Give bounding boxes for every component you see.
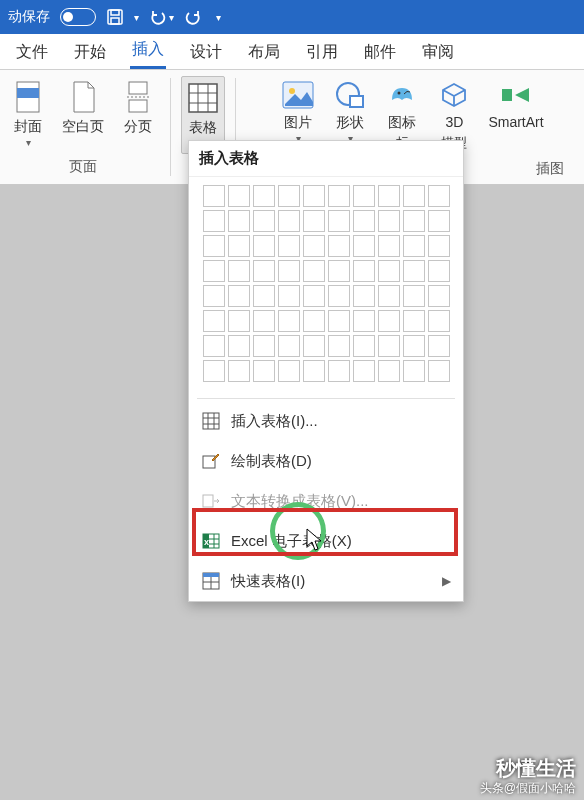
grid-cell[interactable] <box>228 310 250 332</box>
grid-cell[interactable] <box>278 360 300 382</box>
grid-cell[interactable] <box>403 235 425 257</box>
grid-cell[interactable] <box>353 210 375 232</box>
grid-cell[interactable] <box>278 210 300 232</box>
grid-cell[interactable] <box>303 210 325 232</box>
grid-cell[interactable] <box>278 260 300 282</box>
grid-cell[interactable] <box>403 185 425 207</box>
grid-cell[interactable] <box>253 235 275 257</box>
tab-insert[interactable]: 插入 <box>130 31 166 69</box>
grid-cell[interactable] <box>253 285 275 307</box>
grid-cell[interactable] <box>353 260 375 282</box>
grid-cell[interactable] <box>203 285 225 307</box>
grid-cell[interactable] <box>353 335 375 357</box>
shapes-button[interactable]: 形状 ▾ <box>328 76 372 148</box>
tab-references[interactable]: 引用 <box>304 34 340 69</box>
qat-undo-button[interactable]: ▾ <box>149 9 174 25</box>
grid-cell[interactable] <box>203 210 225 232</box>
grid-cell[interactable] <box>353 185 375 207</box>
grid-cell[interactable] <box>378 235 400 257</box>
qat-more-icon[interactable]: ▾ <box>134 12 139 23</box>
grid-cell[interactable] <box>303 260 325 282</box>
grid-cell[interactable] <box>328 185 350 207</box>
page-break-button[interactable]: 分页 <box>116 76 160 139</box>
grid-cell[interactable] <box>403 310 425 332</box>
quick-tables-item[interactable]: 快速表格(I) ▶ <box>189 561 463 601</box>
grid-cell[interactable] <box>403 210 425 232</box>
insert-table-item[interactable]: 插入表格(I)... <box>189 401 463 441</box>
grid-cell[interactable] <box>378 185 400 207</box>
grid-cell[interactable] <box>303 285 325 307</box>
grid-cell[interactable] <box>428 310 450 332</box>
grid-cell[interactable] <box>203 235 225 257</box>
grid-cell[interactable] <box>228 235 250 257</box>
grid-cell[interactable] <box>303 235 325 257</box>
grid-cell[interactable] <box>228 285 250 307</box>
grid-cell[interactable] <box>253 360 275 382</box>
grid-cell[interactable] <box>403 335 425 357</box>
grid-cell[interactable] <box>353 285 375 307</box>
grid-cell[interactable] <box>378 310 400 332</box>
grid-cell[interactable] <box>328 360 350 382</box>
table-grid-picker[interactable] <box>189 177 463 396</box>
grid-cell[interactable] <box>328 310 350 332</box>
grid-cell[interactable] <box>253 185 275 207</box>
grid-cell[interactable] <box>353 360 375 382</box>
grid-cell[interactable] <box>378 360 400 382</box>
grid-cell[interactable] <box>378 285 400 307</box>
grid-cell[interactable] <box>303 360 325 382</box>
grid-cell[interactable] <box>303 310 325 332</box>
grid-cell[interactable] <box>428 360 450 382</box>
grid-cell[interactable] <box>228 335 250 357</box>
tab-home[interactable]: 开始 <box>72 34 108 69</box>
grid-cell[interactable] <box>328 285 350 307</box>
grid-cell[interactable] <box>428 260 450 282</box>
qat-overflow-icon[interactable]: ▾ <box>216 12 221 23</box>
grid-cell[interactable] <box>253 310 275 332</box>
grid-cell[interactable] <box>228 210 250 232</box>
qat-redo-button[interactable] <box>184 9 202 25</box>
grid-cell[interactable] <box>203 185 225 207</box>
grid-cell[interactable] <box>353 235 375 257</box>
tab-review[interactable]: 审阅 <box>420 34 456 69</box>
grid-cell[interactable] <box>378 260 400 282</box>
qat-save-button[interactable] <box>106 8 124 26</box>
tab-design[interactable]: 设计 <box>188 34 224 69</box>
grid-cell[interactable] <box>428 210 450 232</box>
grid-cell[interactable] <box>278 310 300 332</box>
grid-cell[interactable] <box>278 285 300 307</box>
grid-cell[interactable] <box>278 335 300 357</box>
grid-cell[interactable] <box>228 360 250 382</box>
grid-cell[interactable] <box>428 285 450 307</box>
grid-cell[interactable] <box>328 235 350 257</box>
grid-cell[interactable] <box>403 285 425 307</box>
autosave-toggle[interactable] <box>60 8 96 26</box>
excel-spreadsheet-item[interactable]: x Excel 电子表格(X) <box>189 521 463 561</box>
cover-page-button[interactable]: 封面 ▾ <box>6 76 50 152</box>
grid-cell[interactable] <box>253 335 275 357</box>
grid-cell[interactable] <box>253 210 275 232</box>
grid-cell[interactable] <box>203 260 225 282</box>
grid-cell[interactable] <box>428 185 450 207</box>
grid-cell[interactable] <box>378 335 400 357</box>
grid-cell[interactable] <box>328 210 350 232</box>
grid-cell[interactable] <box>303 335 325 357</box>
grid-cell[interactable] <box>203 360 225 382</box>
grid-cell[interactable] <box>353 310 375 332</box>
grid-cell[interactable] <box>278 235 300 257</box>
grid-cell[interactable] <box>253 260 275 282</box>
grid-cell[interactable] <box>403 260 425 282</box>
grid-cell[interactable] <box>303 185 325 207</box>
grid-cell[interactable] <box>378 210 400 232</box>
tab-file[interactable]: 文件 <box>14 34 50 69</box>
smartart-button[interactable]: SmartArt <box>484 76 547 135</box>
draw-table-item[interactable]: 绘制表格(D) <box>189 441 463 481</box>
tab-layout[interactable]: 布局 <box>246 34 282 69</box>
grid-cell[interactable] <box>328 335 350 357</box>
grid-cell[interactable] <box>228 185 250 207</box>
blank-page-button[interactable]: 空白页 <box>58 76 108 139</box>
grid-cell[interactable] <box>428 335 450 357</box>
grid-cell[interactable] <box>278 185 300 207</box>
grid-cell[interactable] <box>403 360 425 382</box>
grid-cell[interactable] <box>228 260 250 282</box>
tab-mailings[interactable]: 邮件 <box>362 34 398 69</box>
